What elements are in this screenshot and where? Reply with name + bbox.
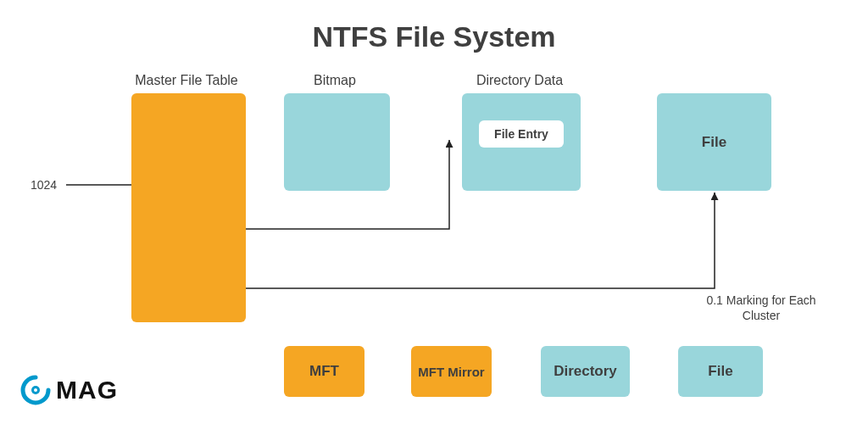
label-bitmap: Bitmap	[280, 73, 390, 88]
svg-point-2	[34, 388, 37, 392]
logo-icon	[20, 375, 51, 405]
legend-file: File	[678, 346, 763, 397]
note-marking: 0.1 Marking for Each Cluster	[693, 293, 829, 323]
label-master-file-table: Master File Table	[119, 73, 254, 88]
diagram-title: NTFS File System	[0, 20, 868, 53]
box-directory-data: File Entry	[462, 93, 581, 191]
label-directory-data: Directory Data	[456, 73, 583, 88]
legend-mft-mirror: MFT Mirror	[411, 346, 492, 397]
legend-mft: MFT	[284, 346, 364, 397]
badge-file-entry: File Entry	[479, 120, 564, 148]
legend-directory: Directory	[541, 346, 630, 397]
box-file: File	[657, 93, 771, 191]
logo-text: MAG	[56, 376, 118, 404]
brand-logo: MAG	[20, 375, 118, 405]
side-label-1024: 1024	[31, 178, 57, 192]
box-bitmap	[284, 93, 390, 191]
box-master-file-table	[131, 93, 246, 322]
